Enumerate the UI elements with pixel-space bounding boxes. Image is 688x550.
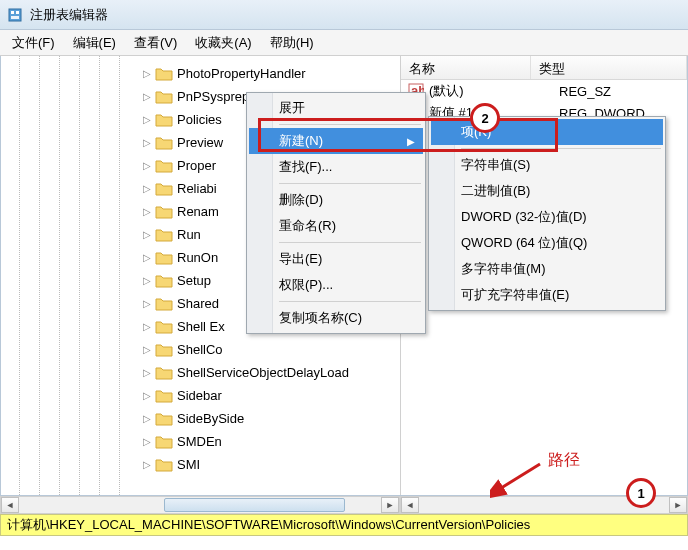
ctx-new-qword[interactable]: QWORD (64 位)值(Q) — [431, 230, 663, 256]
svg-rect-0 — [9, 9, 21, 21]
path-text: 计算机\HKEY_LOCAL_MACHINE\SOFTWARE\Microsof… — [7, 516, 530, 534]
tree-item-label: Sidebar — [177, 388, 222, 403]
tree-item-label: Shared — [177, 296, 219, 311]
ctx-export[interactable]: 导出(E) — [249, 246, 423, 272]
tree-item-label: ShellServiceObjectDelayLoad — [177, 365, 349, 380]
tree-item-label: Policies — [177, 112, 222, 127]
tree-item-label: PhotoPropertyHandler — [177, 66, 306, 81]
tree-item[interactable]: ▷PhotoPropertyHandler — [1, 62, 400, 85]
ctx-rename[interactable]: 重命名(R) — [249, 213, 423, 239]
scroll-right-button[interactable]: ► — [381, 497, 399, 513]
folder-icon — [155, 457, 173, 473]
ctx-new-multistring[interactable]: 多字符串值(M) — [431, 256, 663, 282]
context-menu: 展开 新建(N) ▶ 查找(F)... 删除(D) 重命名(R) 导出(E) 权… — [246, 92, 426, 334]
tree-item-label: SMI — [177, 457, 200, 472]
expander-icon[interactable]: ▷ — [141, 114, 153, 126]
window-titlebar: 注册表编辑器 — [0, 0, 688, 30]
scroll-left-button[interactable]: ◄ — [401, 497, 419, 513]
folder-icon — [155, 388, 173, 404]
annotation-marker-1: 1 — [626, 478, 656, 508]
expander-icon[interactable]: ▷ — [141, 275, 153, 287]
menu-view[interactable]: 查看(V) — [126, 31, 185, 55]
tree-item-label: SMDEn — [177, 434, 222, 449]
expander-icon[interactable]: ▷ — [141, 436, 153, 448]
expander-icon[interactable]: ▷ — [141, 68, 153, 80]
tree-item-label: PnPSysprep — [177, 89, 249, 104]
tree-item[interactable]: ▷SMI — [1, 453, 400, 476]
tree-item[interactable]: ▷ShellServiceObjectDelayLoad — [1, 361, 400, 384]
ctx-new-dword[interactable]: DWORD (32-位)值(D) — [431, 204, 663, 230]
expander-icon[interactable]: ▷ — [141, 298, 153, 310]
tree-item-label: Proper — [177, 158, 216, 173]
tree-hscrollbar[interactable]: ◄ ► — [0, 496, 400, 514]
svg-line-8 — [498, 464, 540, 490]
folder-icon — [155, 135, 173, 151]
col-header-name[interactable]: 名称 — [401, 56, 531, 79]
folder-icon — [155, 296, 173, 312]
annotation-marker-2: 2 — [470, 103, 500, 133]
annotation-arrow-icon — [490, 458, 550, 498]
tree-item[interactable]: ▷SMDEn — [1, 430, 400, 453]
folder-icon — [155, 250, 173, 266]
tree-item[interactable]: ▷ShellCo — [1, 338, 400, 361]
folder-icon — [155, 342, 173, 358]
expander-icon[interactable]: ▷ — [141, 206, 153, 218]
col-header-type[interactable]: 类型 — [531, 56, 687, 79]
list-row[interactable]: ab(默认)REG_SZ — [401, 80, 687, 102]
folder-icon — [155, 204, 173, 220]
expander-icon[interactable]: ▷ — [141, 413, 153, 425]
expander-icon[interactable]: ▷ — [141, 321, 153, 333]
scroll-left-button[interactable]: ◄ — [1, 497, 19, 513]
menu-file[interactable]: 文件(F) — [4, 31, 63, 55]
scroll-right-button[interactable]: ► — [669, 497, 687, 513]
expander-icon[interactable]: ▷ — [141, 390, 153, 402]
window-title: 注册表编辑器 — [30, 6, 108, 24]
scroll-thumb[interactable] — [164, 498, 345, 512]
submenu-arrow-icon: ▶ — [407, 136, 415, 147]
tree-item[interactable]: ▷Sidebar — [1, 384, 400, 407]
ctx-new-key[interactable]: 项(K) — [431, 119, 663, 145]
ctx-new-label: 新建(N) — [279, 132, 323, 150]
list-header[interactable]: 名称 类型 — [401, 56, 687, 80]
expander-icon[interactable]: ▷ — [141, 91, 153, 103]
expander-icon[interactable]: ▷ — [141, 252, 153, 264]
ctx-find[interactable]: 查找(F)... — [249, 154, 423, 180]
svg-rect-1 — [11, 11, 14, 14]
value-name: (默认) — [429, 82, 559, 100]
svg-rect-3 — [11, 16, 19, 19]
expander-icon[interactable]: ▷ — [141, 137, 153, 149]
ctx-new-string[interactable]: 字符串值(S) — [431, 152, 663, 178]
ctx-new-binary[interactable]: 二进制值(B) — [431, 178, 663, 204]
ctx-copyname[interactable]: 复制项名称(C) — [249, 305, 423, 331]
regedit-icon — [6, 6, 24, 24]
tree-item-label: Reliabi — [177, 181, 217, 196]
menu-help[interactable]: 帮助(H) — [262, 31, 322, 55]
expander-icon[interactable]: ▷ — [141, 183, 153, 195]
ctx-new-expandstring[interactable]: 可扩充字符串值(E) — [431, 282, 663, 308]
folder-icon — [155, 227, 173, 243]
context-submenu-new: 项(K) 字符串值(S) 二进制值(B) DWORD (32-位)值(D) QW… — [428, 116, 666, 311]
tree-item-label: SideBySide — [177, 411, 244, 426]
ctx-permissions[interactable]: 权限(P)... — [249, 272, 423, 298]
expander-icon[interactable]: ▷ — [141, 459, 153, 471]
ctx-expand[interactable]: 展开 — [249, 95, 423, 121]
folder-icon — [155, 365, 173, 381]
tree-item-label: Preview — [177, 135, 223, 150]
tree-item-label: RunOn — [177, 250, 218, 265]
menu-favorites[interactable]: 收藏夹(A) — [187, 31, 259, 55]
expander-icon[interactable]: ▷ — [141, 160, 153, 172]
expander-icon[interactable]: ▷ — [141, 367, 153, 379]
statusbar-path: 计算机\HKEY_LOCAL_MACHINE\SOFTWARE\Microsof… — [0, 514, 688, 536]
tree-item-label: Run — [177, 227, 201, 242]
tree-item-label: ShellCo — [177, 342, 223, 357]
expander-icon[interactable]: ▷ — [141, 344, 153, 356]
ctx-delete[interactable]: 删除(D) — [249, 187, 423, 213]
menu-edit[interactable]: 编辑(E) — [65, 31, 124, 55]
folder-icon — [155, 112, 173, 128]
tree-item[interactable]: ▷SideBySide — [1, 407, 400, 430]
ctx-new[interactable]: 新建(N) ▶ — [249, 128, 423, 154]
folder-icon — [155, 158, 173, 174]
svg-rect-2 — [16, 11, 19, 14]
expander-icon[interactable]: ▷ — [141, 229, 153, 241]
value-type: REG_SZ — [559, 84, 687, 99]
